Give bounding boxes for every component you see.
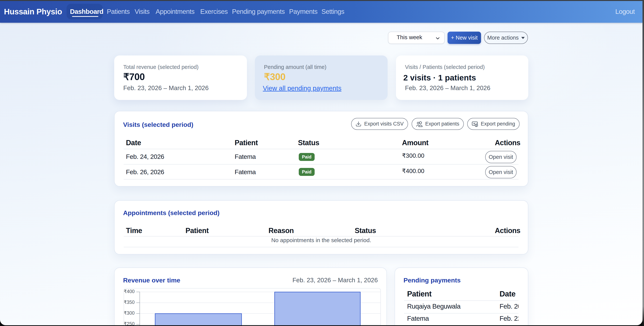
svg-text:$: $ (476, 124, 477, 127)
